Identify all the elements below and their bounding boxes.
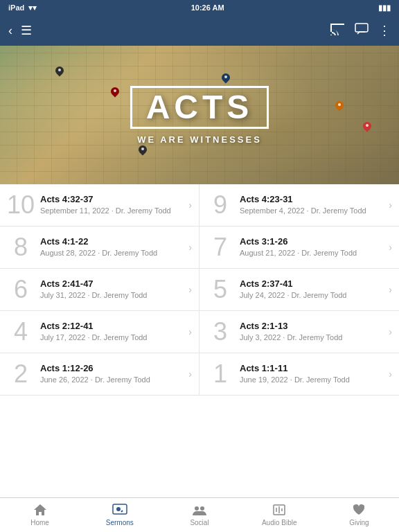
chevron-right-icon: › <box>188 284 192 295</box>
status-bar: iPad ▾▾ 10:26 AM ▮▮▮ <box>0 0 399 15</box>
sermon-item[interactable]: 8 Acts 4:1-22 August 28, 2022 · Dr. Jere… <box>0 227 200 269</box>
tab-label-giving: Giving <box>349 520 369 526</box>
back-button[interactable]: ‹ <box>8 24 12 38</box>
sermon-number: 5 <box>205 277 236 302</box>
sermon-meta: June 26, 2022 · Dr. Jeremy Todd <box>40 375 186 385</box>
audio-bible-icon <box>272 504 286 516</box>
sermon-meta: September 11, 2022 · Dr. Jeremy Todd <box>40 206 186 216</box>
svg-point-2 <box>116 507 121 511</box>
sermons-grid: 10 Acts 4:32-37 September 11, 2022 · Dr.… <box>0 184 399 396</box>
sermon-info: Acts 1:12-26 June 26, 2022 · Dr. Jeremy … <box>36 363 186 385</box>
home-icon <box>33 504 47 516</box>
sermon-info: Acts 4:1-22 August 28, 2022 · Dr. Jeremy… <box>36 236 186 258</box>
map-pin-1 <box>55 66 64 78</box>
tab-social[interactable]: Social <box>159 501 239 529</box>
sermon-number: 1 <box>205 362 236 387</box>
tab-label-audio-bible: Audio Bible <box>262 520 297 526</box>
chevron-right-icon: › <box>389 242 392 253</box>
more-button[interactable]: ⋮ <box>378 23 391 38</box>
sermon-title: Acts 2:12-41 <box>40 321 186 331</box>
status-right: ▮▮▮ <box>378 3 391 12</box>
sermons-icon <box>112 504 127 516</box>
tab-giving[interactable]: Giving <box>319 501 399 529</box>
chevron-right-icon: › <box>389 369 392 380</box>
sermon-meta: July 24, 2022 · Dr. Jeremy Todd <box>240 290 386 301</box>
tab-bar: Home Sermons Social Audio Bible Giving <box>0 497 399 532</box>
sermons-list: 10 Acts 4:32-37 September 11, 2022 · Dr.… <box>0 184 399 497</box>
wifi-icon: ▾▾ <box>28 3 37 12</box>
hero-content: ACTS WE ARE WITNESSES <box>130 86 269 145</box>
chat-icon[interactable] <box>355 23 369 39</box>
sermon-title: Acts 1:12-26 <box>40 363 186 373</box>
tab-label-social: Social <box>190 520 209 526</box>
battery-icon: ▮▮▮ <box>378 3 391 12</box>
sermon-item[interactable]: 3 Acts 2:1-13 July 3, 2022 · Dr. Jeremy … <box>200 311 399 353</box>
sermon-number: 8 <box>6 235 36 260</box>
sermon-title: Acts 4:23-31 <box>240 194 386 204</box>
sermon-item[interactable]: 10 Acts 4:32-37 September 11, 2022 · Dr.… <box>0 184 200 227</box>
svg-point-4 <box>200 506 204 511</box>
chevron-right-icon: › <box>188 369 192 380</box>
sermon-info: Acts 2:37-41 July 24, 2022 · Dr. Jeremy … <box>236 278 386 301</box>
sermon-title: Acts 4:32-37 <box>40 194 186 204</box>
chevron-right-icon: › <box>389 326 392 337</box>
sermon-meta: August 28, 2022 · Dr. Jeremy Todd <box>40 248 186 258</box>
sermon-meta: July 31, 2022 · Dr. Jeremy Todd <box>40 290 186 301</box>
svg-rect-0 <box>355 24 368 32</box>
sermon-title: Acts 3:1-26 <box>240 236 386 247</box>
sermon-number: 10 <box>6 193 36 218</box>
sermon-info: Acts 4:32-37 September 11, 2022 · Dr. Je… <box>36 194 186 216</box>
sermon-meta: June 19, 2022 · Dr. Jeremy Todd <box>240 375 386 385</box>
sermon-number: 3 <box>205 319 236 344</box>
status-left: iPad ▾▾ <box>8 3 37 12</box>
chevron-right-icon: › <box>188 242 192 253</box>
giving-icon <box>351 504 366 516</box>
sermon-info: Acts 3:1-26 August 21, 2022 · Dr. Jeremy… <box>236 236 386 258</box>
sermon-number: 2 <box>6 362 36 387</box>
device-label: iPad <box>8 3 24 12</box>
acts-box: ACTS <box>130 86 269 129</box>
tab-sermons[interactable]: Sermons <box>80 501 159 529</box>
sermon-item[interactable]: 7 Acts 3:1-26 August 21, 2022 · Dr. Jere… <box>200 227 399 269</box>
hero-subtitle: WE ARE WITNESSES <box>130 134 269 145</box>
chevron-right-icon: › <box>389 200 392 211</box>
sermon-info: Acts 2:41-47 July 31, 2022 · Dr. Jeremy … <box>36 278 186 301</box>
tab-home[interactable]: Home <box>0 501 80 529</box>
cast-icon[interactable] <box>330 23 345 39</box>
nav-bar: ‹ ☰ ⋮ <box>0 15 399 46</box>
sermon-meta: July 17, 2022 · Dr. Jeremy Todd <box>40 332 186 343</box>
sermon-meta: August 21, 2022 · Dr. Jeremy Todd <box>240 248 386 258</box>
map-pin-5 <box>363 122 371 133</box>
sermon-item[interactable]: 6 Acts 2:41-47 July 31, 2022 · Dr. Jerem… <box>0 269 200 311</box>
menu-button[interactable]: ☰ <box>21 23 32 38</box>
map-pin-4 <box>335 101 344 112</box>
svg-point-3 <box>195 506 199 511</box>
sermon-number: 4 <box>6 319 36 344</box>
sermon-number: 7 <box>205 235 236 260</box>
sermon-item[interactable]: 2 Acts 1:12-26 June 26, 2022 · Dr. Jerem… <box>0 353 200 396</box>
chevron-right-icon: › <box>389 284 392 295</box>
hero-banner: ACTS WE ARE WITNESSES <box>0 46 399 184</box>
sermon-title: Acts 2:41-47 <box>40 278 186 289</box>
sermon-title: Acts 4:1-22 <box>40 236 186 247</box>
sermon-meta: July 3, 2022 · Dr. Jeremy Todd <box>240 332 386 343</box>
map-pin-6 <box>139 145 147 157</box>
map-pin-2 <box>111 87 119 98</box>
sermon-title: Acts 1:1-11 <box>240 363 386 373</box>
map-pin-3 <box>222 73 230 85</box>
sermon-item[interactable]: 9 Acts 4:23-31 September 4, 2022 · Dr. J… <box>200 184 399 227</box>
sermon-number: 9 <box>205 193 236 218</box>
sermon-number: 6 <box>6 277 36 302</box>
sermon-item[interactable]: 5 Acts 2:37-41 July 24, 2022 · Dr. Jerem… <box>200 269 399 311</box>
hero-title: ACTS <box>146 91 254 124</box>
tab-audio-bible[interactable]: Audio Bible <box>240 501 319 529</box>
status-time: 10:26 AM <box>37 3 378 12</box>
sermon-info: Acts 1:1-11 June 19, 2022 · Dr. Jeremy T… <box>236 363 386 385</box>
sermon-title: Acts 2:1-13 <box>240 321 386 331</box>
sermon-item[interactable]: 4 Acts 2:12-41 July 17, 2022 · Dr. Jerem… <box>0 311 200 353</box>
nav-right: ⋮ <box>330 23 391 39</box>
tab-label-sermons: Sermons <box>106 520 134 526</box>
chevron-right-icon: › <box>188 326 192 337</box>
sermon-item[interactable]: 1 Acts 1:1-11 June 19, 2022 · Dr. Jeremy… <box>200 353 399 396</box>
chevron-right-icon: › <box>188 200 192 211</box>
